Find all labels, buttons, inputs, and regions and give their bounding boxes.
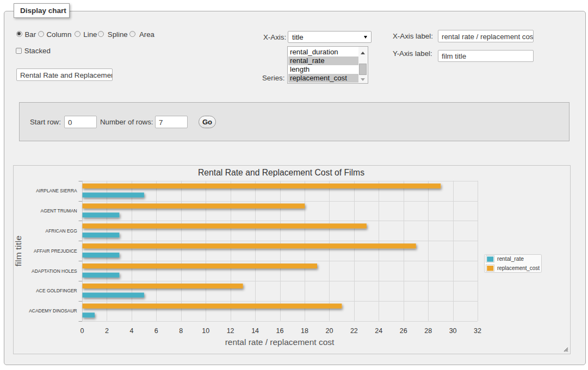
svg-text:10: 10 — [202, 327, 209, 335]
svg-text:26: 26 — [400, 327, 407, 335]
svg-text:2: 2 — [105, 327, 109, 335]
svg-text:replacement_cost: replacement_cost — [497, 265, 540, 271]
svg-text:AFRICAN EGG: AFRICAN EGG — [46, 228, 77, 234]
svg-text:AIRPLANE SIERRA: AIRPLANE SIERRA — [36, 187, 77, 193]
svg-text:20: 20 — [325, 327, 333, 335]
svg-text:16: 16 — [276, 327, 284, 335]
svg-text:Rental Rate and Replacement Co: Rental Rate and Replacement Cost of Film… — [198, 167, 364, 178]
svg-text:32: 32 — [474, 327, 481, 335]
svg-text:6: 6 — [154, 327, 158, 335]
svg-text:18: 18 — [301, 327, 308, 335]
svg-text:ACADEMY DINOSAUR: ACADEMY DINOSAUR — [29, 308, 77, 313]
svg-text:0: 0 — [81, 327, 84, 335]
svg-text:AFFAIR PREJUDICE: AFFAIR PREJUDICE — [34, 248, 77, 254]
svg-text:28: 28 — [424, 327, 432, 335]
svg-text:30: 30 — [449, 327, 457, 335]
svg-text:4: 4 — [129, 327, 133, 335]
svg-text:rental_rate: rental_rate — [497, 255, 524, 262]
svg-text:ADAPTATION HOLES: ADAPTATION HOLES — [32, 268, 77, 274]
svg-text:AGENT TRUMAN: AGENT TRUMAN — [41, 208, 77, 214]
svg-text:film title: film title — [14, 236, 23, 267]
svg-text:rental rate / replacement cost: rental rate / replacement cost — [225, 337, 335, 347]
svg-text:22: 22 — [350, 327, 358, 335]
svg-text:12: 12 — [227, 327, 234, 335]
svg-text:ACE GOLDFINGER: ACE GOLDFINGER — [36, 287, 77, 293]
svg-text:8: 8 — [179, 327, 183, 335]
svg-text:24: 24 — [375, 327, 382, 335]
svg-text:14: 14 — [251, 327, 259, 335]
